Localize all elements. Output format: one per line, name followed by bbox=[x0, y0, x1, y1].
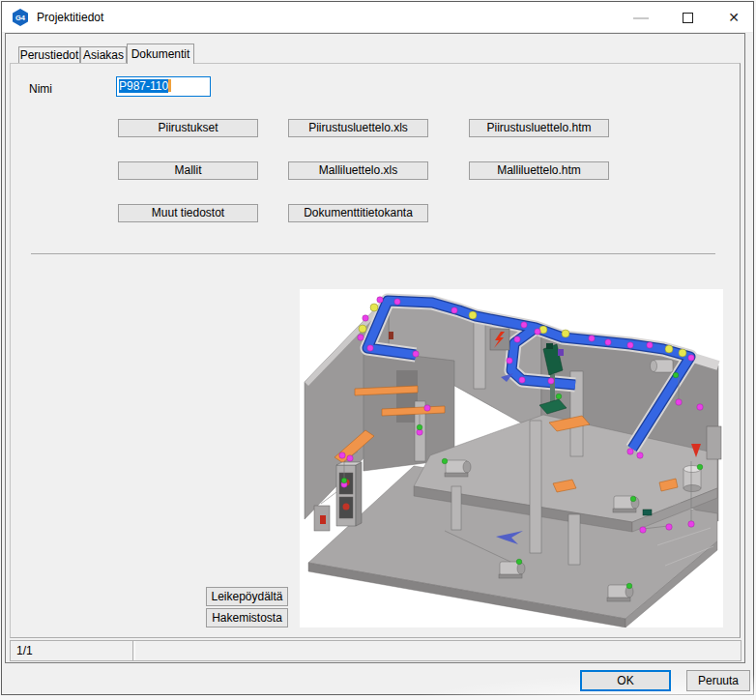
maximize-button[interactable] bbox=[671, 2, 704, 33]
piirustusluettelo-xls-button[interactable]: Piirustusluettelo.xls bbox=[288, 119, 428, 137]
directory-button[interactable]: Hakemistosta bbox=[206, 608, 288, 627]
mallit-button[interactable]: Mallit bbox=[118, 161, 258, 180]
name-input[interactable]: P987-110 bbox=[116, 76, 211, 97]
tab-asiakas[interactable]: Asiakas bbox=[80, 46, 127, 63]
piirustusluettelo-htm-button[interactable]: Piirustusluettelo.htm bbox=[469, 119, 609, 137]
close-button[interactable]: ✕ bbox=[717, 2, 750, 33]
dokumenttitietokanta-button[interactable]: Dokumenttitietokanta bbox=[288, 204, 428, 222]
model-preview-image bbox=[300, 289, 723, 627]
text-caret bbox=[168, 79, 171, 92]
tank-barrel bbox=[683, 466, 701, 492]
dialog-window: G4 Projektitiedot ✕ Perustiedot Asiakas … bbox=[1, 1, 754, 695]
malliluettelo-xls-button[interactable]: Malliluettelo.xls bbox=[288, 161, 428, 180]
svg-text:G4: G4 bbox=[15, 14, 26, 22]
piirustukset-button[interactable]: Piirustukset bbox=[118, 119, 258, 137]
minimize-button[interactable] bbox=[625, 2, 657, 33]
titlebar: G4 Projektitiedot ✕ bbox=[2, 2, 753, 33]
clipboard-button[interactable]: Leikepöydältä bbox=[206, 587, 288, 606]
selected-text: P987-110 bbox=[119, 79, 168, 93]
tab-perustiedot[interactable]: Perustiedot bbox=[18, 46, 80, 63]
maximize-icon bbox=[683, 13, 693, 23]
malliluettelo-htm-button[interactable]: Malliluettelo.htm bbox=[469, 161, 609, 180]
building-3d-model bbox=[300, 289, 723, 627]
minimize-icon bbox=[633, 17, 649, 19]
name-label: Nimi bbox=[29, 82, 52, 96]
cancel-button[interactable]: Peruuta bbox=[686, 670, 750, 691]
dialog-body: Perustiedot Asiakas Dokumentit Nimi P987… bbox=[5, 33, 745, 663]
statusbar-divider bbox=[134, 641, 135, 660]
tab-dokumentit[interactable]: Dokumentit bbox=[127, 44, 194, 64]
g4-app-icon: G4 bbox=[12, 9, 29, 26]
close-icon: ✕ bbox=[728, 10, 740, 25]
page-indicator: 1/1 bbox=[11, 641, 133, 660]
window-title: Projektitiedot bbox=[37, 2, 103, 33]
muut-tiedostot-button[interactable]: Muut tiedostot bbox=[118, 204, 258, 222]
ok-button[interactable]: OK bbox=[580, 670, 671, 691]
statusbar: 1/1 bbox=[10, 640, 741, 661]
horizontal-separator bbox=[31, 253, 715, 254]
